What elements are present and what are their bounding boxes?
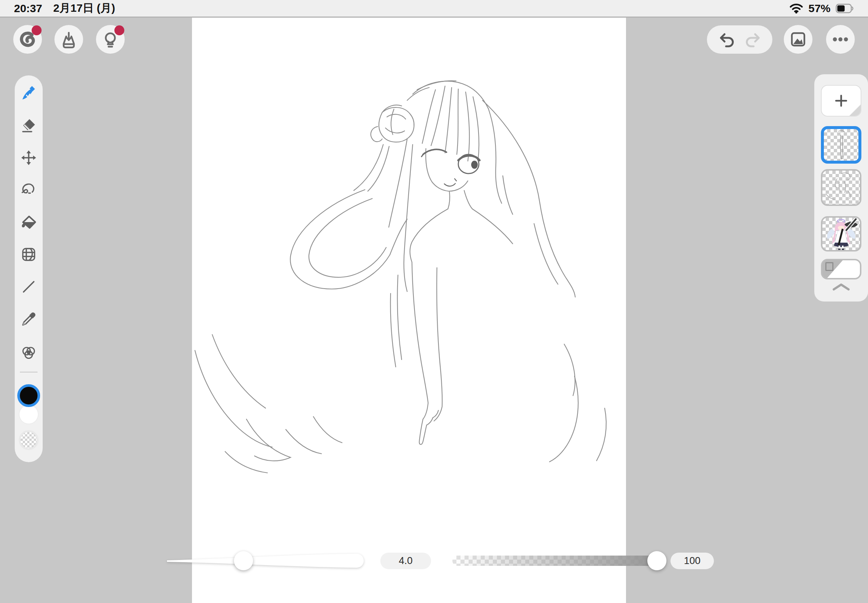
toolbar-divider (20, 372, 37, 373)
battery-icon (836, 4, 854, 13)
folded-corner (849, 104, 861, 116)
tool-sidebar (15, 76, 43, 462)
notification-badge (114, 25, 124, 35)
status-right: 57% (789, 2, 854, 15)
line-icon (21, 279, 37, 295)
paint-app-window: 20:37 2月17日 (月) 57% (0, 0, 868, 603)
more-button[interactable] (826, 25, 855, 54)
secondary-color-well[interactable] (19, 404, 39, 424)
tips-button[interactable] (96, 25, 125, 54)
blend-tool[interactable] (21, 345, 37, 361)
layer-1-preview (824, 129, 859, 161)
opacity-slider[interactable] (452, 555, 658, 566)
notification-badge (32, 25, 42, 35)
add-layer-button[interactable] (821, 85, 861, 116)
brush-size-value: 4.0 (380, 553, 431, 569)
move-icon (21, 150, 37, 166)
date: 2月17日 (月) (53, 1, 115, 16)
lasso-icon (21, 182, 37, 198)
brush-icon (21, 85, 37, 101)
reference-image-button[interactable] (784, 25, 812, 54)
brush-tool[interactable] (21, 85, 37, 101)
opacity-slider-thumb[interactable] (647, 551, 667, 570)
brush-size-value-text: 4.0 (399, 555, 413, 567)
status-left: 20:37 2月17日 (月) (14, 1, 115, 16)
fill-bucket-icon (21, 214, 37, 230)
lasso-tool[interactable] (21, 182, 37, 198)
primary-color-well[interactable] (17, 384, 40, 407)
eyedropper-icon (21, 311, 37, 327)
redo-icon[interactable] (744, 31, 762, 49)
eyedropper-tool[interactable] (21, 311, 37, 327)
picture-icon (788, 29, 808, 49)
chevron-up-icon[interactable] (832, 283, 851, 291)
sketch-artwork (192, 18, 626, 603)
undo-icon[interactable] (718, 31, 736, 49)
line-tool[interactable] (21, 279, 37, 295)
battery-percent: 57% (808, 2, 831, 15)
eraser-tool[interactable] (21, 118, 37, 134)
layer-2-preview (822, 171, 860, 204)
fill-tool[interactable] (21, 214, 37, 230)
move-tool[interactable] (21, 150, 37, 166)
brush-size-slider[interactable] (166, 550, 372, 572)
save-button[interactable] (54, 25, 83, 54)
paper-layer-thumbnail[interactable] (821, 259, 861, 280)
eye-hidden-icon (843, 218, 860, 231)
wifi-icon (789, 3, 803, 14)
opacity-value: 100 (670, 553, 714, 569)
status-bar: 20:37 2月17日 (月) 57% (0, 0, 868, 18)
paper-icon (825, 262, 834, 271)
drawing-canvas[interactable] (192, 18, 626, 603)
brush-size-slider-thumb[interactable] (234, 551, 253, 570)
save-tray-icon (59, 29, 79, 49)
layer-thumbnail-image[interactable] (821, 216, 861, 252)
plus-icon (834, 93, 848, 108)
layers-panel (814, 74, 868, 302)
layer-thumbnail-2[interactable] (821, 169, 861, 206)
ellipsis-icon (830, 29, 851, 49)
undo-redo-group (707, 25, 772, 54)
layer-thumbnail-selected[interactable] (821, 126, 861, 164)
blend-circles-icon (21, 345, 37, 361)
transparent-color-well[interactable] (19, 430, 39, 450)
clock: 20:37 (14, 2, 42, 15)
app-logo-button[interactable] (13, 25, 42, 54)
mesh-transform-tool[interactable] (21, 246, 37, 263)
opacity-value-text: 100 (684, 555, 700, 567)
eraser-icon (21, 118, 37, 134)
mesh-grid-icon (21, 246, 37, 263)
